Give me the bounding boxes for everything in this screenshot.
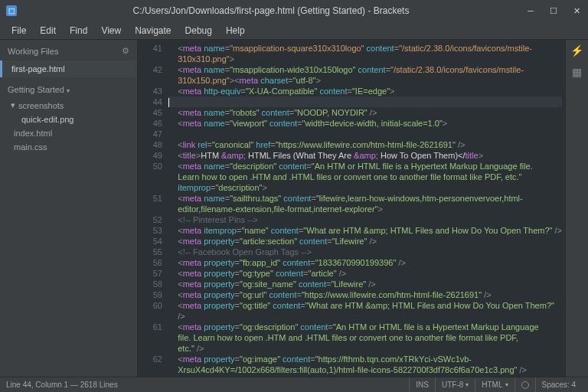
folder-item[interactable]: ▾screenshots bbox=[0, 98, 137, 113]
sidebar: Working Files ⚙ first-page.html Getting … bbox=[0, 40, 138, 377]
minimize-button[interactable]: ─ bbox=[519, 0, 542, 21]
working-files-label: Working Files bbox=[8, 47, 58, 56]
code-editor[interactable]: 4142434445464748495051525354555657585960… bbox=[138, 40, 565, 377]
maximize-button[interactable]: ☐ bbox=[542, 0, 565, 21]
project-header[interactable]: Getting Started ▾ bbox=[0, 77, 137, 98]
code-area[interactable]: <meta name="msapplication-square310x310l… bbox=[168, 40, 565, 377]
menu-help[interactable]: Help bbox=[219, 25, 252, 36]
gear-icon[interactable]: ⚙ bbox=[122, 46, 129, 56]
extensions-icon[interactable]: ▦ bbox=[572, 66, 582, 78]
file-item[interactable]: main.css bbox=[0, 140, 137, 154]
working-file-item[interactable]: first-page.html bbox=[0, 60, 137, 77]
titlebar: ⬚ C:/Users/Jon/Downloads/first-page.html… bbox=[0, 0, 588, 21]
line-gutter: 4142434445464748495051525354555657585960… bbox=[138, 40, 168, 377]
working-files-header[interactable]: Working Files ⚙ bbox=[0, 40, 137, 60]
chevron-down-icon: ▾ bbox=[11, 100, 15, 110]
menu-find[interactable]: Find bbox=[63, 25, 94, 36]
window-title: C:/Users/Jon/Downloads/first-page.html (… bbox=[23, 5, 519, 16]
app-icon: ⬚ bbox=[6, 5, 17, 16]
folder-label: screenshots bbox=[18, 101, 64, 110]
status-spaces[interactable]: Spaces: 4 bbox=[535, 377, 582, 392]
menubar: FileEditFindViewNavigateDebugHelp bbox=[0, 21, 588, 40]
status-ins[interactable]: INS bbox=[409, 377, 435, 392]
right-toolbar: ⚡ ▦ bbox=[565, 40, 588, 377]
window-controls: ─ ☐ ✕ bbox=[519, 0, 588, 21]
menu-edit[interactable]: Edit bbox=[33, 25, 63, 36]
menu-debug[interactable]: Debug bbox=[178, 25, 219, 36]
chevron-down-icon: ▾ bbox=[67, 87, 70, 94]
project-name: Getting Started bbox=[8, 85, 64, 94]
file-item[interactable]: index.html bbox=[0, 126, 137, 140]
cursor-position: Line 44, Column 1 — 2618 Lines bbox=[6, 381, 409, 389]
menu-navigate[interactable]: Navigate bbox=[128, 25, 178, 36]
close-button[interactable]: ✕ bbox=[565, 0, 588, 21]
statusbar: Line 44, Column 1 — 2618 Lines INS UTF-8… bbox=[0, 377, 588, 392]
menu-file[interactable]: File bbox=[5, 25, 33, 36]
status-encoding[interactable]: UTF-8▾ bbox=[435, 377, 475, 392]
file-item[interactable]: quick-edit.png bbox=[0, 113, 137, 126]
menu-view[interactable]: View bbox=[94, 25, 128, 36]
live-preview-icon[interactable]: ⚡ bbox=[570, 44, 583, 57]
status-lang[interactable]: HTML▾ bbox=[475, 377, 514, 392]
status-lint[interactable] bbox=[514, 377, 535, 392]
